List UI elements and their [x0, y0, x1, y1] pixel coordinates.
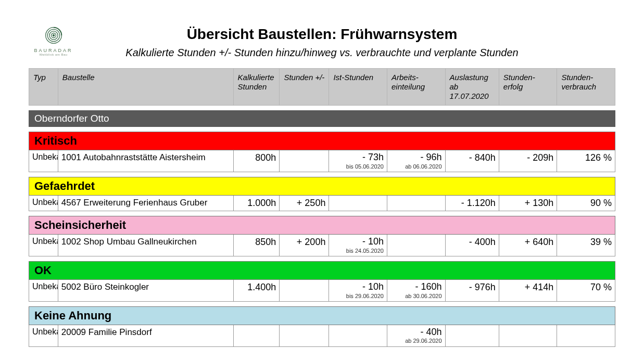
- col-stunden-pm: Stunden +/-: [280, 69, 329, 106]
- group-label: Scheinsicherheit: [29, 216, 615, 234]
- group-header: Gefaehrdet: [29, 177, 615, 195]
- report-header: BAURADAR Weitblick am Bau Übersicht Baus…: [29, 26, 615, 59]
- spiral-icon: [44, 26, 63, 45]
- col-typ: Typ: [29, 69, 58, 106]
- group-label: Kritisch: [29, 132, 615, 150]
- col-baustelle: Baustelle: [58, 69, 233, 106]
- owner-name: Oberndorfer Otto: [29, 111, 615, 127]
- group-header: Kritisch: [29, 132, 615, 150]
- col-kalkulierte: Kalkulierte Stunden: [233, 69, 280, 106]
- brand-name: BAURADAR: [29, 48, 78, 53]
- table-row: Unbekannt20009 Familie Pinsdorf- 40hab 2…: [29, 325, 615, 346]
- col-ist: Ist-Stunden: [329, 69, 387, 106]
- owner-row: Oberndorfer Otto: [29, 111, 615, 127]
- col-verbrauch: Stunden-verbrauch: [557, 69, 615, 106]
- page-subtitle: Kalkulierte Stunden +/- Stunden hinzu/hi…: [29, 47, 615, 59]
- col-auslastung: Auslastung ab 17.07.2020: [445, 69, 499, 106]
- group-header: Keine Ahnung: [29, 306, 615, 325]
- page-title: Übersicht Baustellen: Frühwarnsystem: [29, 26, 615, 43]
- group-header: OK: [29, 261, 615, 279]
- brand-logo: BAURADAR Weitblick am Bau: [29, 26, 78, 56]
- table-header: Typ Baustelle Kalkulierte Stunden Stunde…: [29, 69, 615, 106]
- report-table: Typ Baustelle Kalkulierte Stunden Stunde…: [29, 68, 615, 347]
- group-label: Keine Ahnung: [29, 306, 615, 325]
- group-header: Scheinsicherheit: [29, 216, 615, 234]
- table-row: Unbekannt5002 Büro Steinkogler1.400h- 10…: [29, 279, 615, 301]
- group-label: Gefaehrdet: [29, 177, 615, 195]
- group-label: OK: [29, 261, 615, 279]
- svg-point-4: [52, 34, 55, 37]
- col-erfolg: Stunden-erfolg: [499, 69, 557, 106]
- col-arbeit: Arbeits-einteilung: [387, 69, 445, 106]
- table-row: Unbekannt1002 Shop Umbau Gallneukirchen8…: [29, 234, 615, 256]
- brand-tagline: Weitblick am Bau: [29, 53, 78, 56]
- table-row: Unbekannt4567 Erweiterung Ferienhaus Gru…: [29, 195, 615, 211]
- table-row: Unbekannt1001 Autobahnraststätte Aisters…: [29, 150, 615, 172]
